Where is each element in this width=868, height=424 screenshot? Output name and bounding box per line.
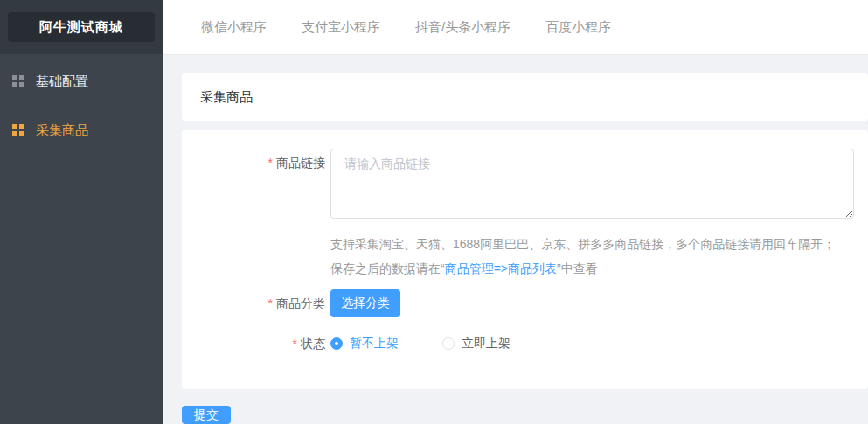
grid-icon <box>12 124 24 136</box>
tab-alipay-miniprogram[interactable]: 支付宝小程序 <box>302 19 380 36</box>
radio-not-on-shelf[interactable]: 暂不上架 <box>330 336 399 351</box>
status-radio-group: 暂不上架 立即上架 <box>330 336 510 351</box>
radio-label: 暂不上架 <box>350 336 399 351</box>
sidebar-item-collect-goods[interactable]: 采集商品 <box>0 111 163 149</box>
tab-wechat-miniprogram[interactable]: 微信小程序 <box>201 19 267 36</box>
page-title-card: 采集商品 <box>182 73 868 121</box>
radio-on-shelf-now[interactable]: 立即上架 <box>442 336 510 351</box>
required-asterisk: * <box>293 337 297 351</box>
app-title: 阿牛测试商城 <box>8 12 155 42</box>
help-line-1: 支持采集淘宝、天猫、1688阿里巴巴、京东、拼多多商品链接，多个商品链接请用回车… <box>330 232 854 256</box>
goods-link-label: *商品链接 <box>182 149 325 281</box>
goods-link-help: 支持采集淘宝、天猫、1688阿里巴巴、京东、拼多多商品链接，多个商品链接请用回车… <box>330 232 854 281</box>
tab-baidu-miniprogram[interactable]: 百度小程序 <box>545 19 611 36</box>
select-category-button[interactable]: 选择分类 <box>330 289 400 317</box>
goods-category-label-text: 商品分类 <box>276 296 325 310</box>
radio-unselected-icon <box>442 337 455 350</box>
top-tabbar: 微信小程序 支付宝小程序 抖音/头条小程序 百度小程序 <box>163 0 868 55</box>
sidebar-item-label: 采集商品 <box>36 122 88 139</box>
grid-icon <box>12 75 24 87</box>
form-item-goods-category: *商品分类 选择分类 <box>182 289 868 317</box>
help-line-2-suffix: ”中查看 <box>557 261 598 275</box>
sidebar-header: 阿牛测试商城 <box>0 0 163 54</box>
goods-category-control: 选择分类 <box>330 289 400 317</box>
page-title: 采集商品 <box>182 73 868 121</box>
form-item-status: *状态 暂不上架 立即上架 <box>182 335 868 352</box>
sidebar-menu: 基础配置 采集商品 <box>0 54 163 149</box>
sidebar-item-label: 基础配置 <box>36 73 88 90</box>
help-line-2-prefix: 保存之后的数据请在“ <box>330 261 445 275</box>
status-label-text: 状态 <box>301 337 325 351</box>
goods-link-textarea[interactable] <box>330 149 854 219</box>
submit-button[interactable]: 提交 <box>182 406 231 424</box>
app-window: 阿牛测试商城 基础配置 采集商品 微信小程序 支付宝小程序 抖音/头条小程序 百… <box>0 0 868 424</box>
sidebar: 阿牛测试商城 基础配置 采集商品 <box>0 0 163 424</box>
sidebar-item-basic-config[interactable]: 基础配置 <box>0 62 163 101</box>
required-asterisk: * <box>268 156 273 170</box>
status-label: *状态 <box>182 335 325 352</box>
radio-selected-icon <box>330 337 343 350</box>
collect-goods-form: *商品链接 支持采集淘宝、天猫、1688阿里巴巴、京东、拼多多商品链接，多个商品… <box>182 130 868 389</box>
help-line-2: 保存之后的数据请在“商品管理=>商品列表”中查看 <box>330 256 854 281</box>
form-item-goods-link: *商品链接 支持采集淘宝、天猫、1688阿里巴巴、京东、拼多多商品链接，多个商品… <box>182 149 868 281</box>
goods-link-control: 支持采集淘宝、天猫、1688阿里巴巴、京东、拼多多商品链接，多个商品链接请用回车… <box>330 149 854 281</box>
main-area: 微信小程序 支付宝小程序 抖音/头条小程序 百度小程序 采集商品 *商品链接 支… <box>163 0 868 424</box>
app-title-text: 阿牛测试商城 <box>39 19 123 36</box>
goods-category-label: *商品分类 <box>182 289 325 317</box>
radio-label: 立即上架 <box>462 336 510 351</box>
tab-douyin-toutiao-miniprogram[interactable]: 抖音/头条小程序 <box>415 19 510 36</box>
goods-link-label-text: 商品链接 <box>276 156 325 170</box>
goods-list-link[interactable]: 商品管理=>商品列表 <box>445 261 557 275</box>
required-asterisk: * <box>268 296 273 310</box>
